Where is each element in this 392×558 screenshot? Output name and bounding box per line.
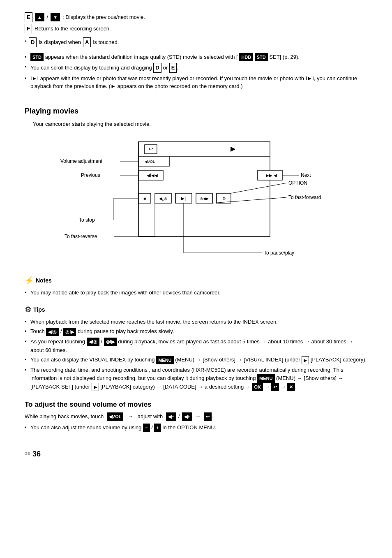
- menu-icon-tip4: MENU: [156, 356, 173, 365]
- svg-text:⚙: ⚙: [222, 196, 226, 201]
- svg-text:↩: ↩: [148, 146, 153, 152]
- a-star-label: A: [83, 37, 91, 47]
- svg-text:◀¿◎: ◀¿◎: [159, 197, 168, 201]
- top-bullets: STD appears when the standard definition…: [25, 53, 367, 90]
- notes-lightning-icon: ⚡: [25, 275, 34, 286]
- plus-icon: +: [154, 424, 161, 432]
- e-inline: E: [169, 63, 177, 73]
- svg-text:◀I◀◀: ◀I◀◀: [147, 173, 158, 178]
- slow-fwd-tip2: ◎I▶: [104, 338, 117, 346]
- tips-section: ⚙ Tips When playback from the selected m…: [25, 304, 367, 391]
- tips-header: ⚙ Tips: [25, 304, 367, 315]
- playback-icon-tip5: ▶: [92, 383, 99, 391]
- fast-reverse-label: To fast-reverse: [65, 234, 97, 239]
- svg-text:◎◀▶: ◎◀▶: [200, 197, 209, 201]
- fast-forward-label: To fast-forward: [288, 194, 321, 200]
- star-note: * D is displayed when A is touched.: [25, 37, 367, 47]
- tips-item-4: You can also display the VISUAL INDEX by…: [25, 356, 367, 364]
- previous-label: Previous: [81, 172, 100, 178]
- hdb-icon: HDB: [239, 53, 253, 62]
- diagram-svg: ↩ ▶ ◀VOL ◀I◀◀ ▶▶I◀ ■ ◀¿◎: [56, 134, 336, 265]
- tips-item-3: As you repeat touching ◀I◎ / ◎I▶ during …: [25, 338, 367, 354]
- tips-gear-icon: ⚙: [25, 304, 31, 315]
- star-note-text2: is touched.: [93, 38, 119, 46]
- notes-section: ⚡ Notes You may not be able to play back…: [25, 275, 367, 297]
- e-line: E ▲ / ▼ : Displays the previous/next mov…: [25, 12, 367, 33]
- adjust-sub-text: in the OPTION MENU.: [163, 424, 217, 431]
- pause-play-label: To pause/play: [264, 250, 294, 256]
- x-icon: ✕: [287, 383, 295, 391]
- vol-icon-adjust: ◀VOL: [107, 412, 124, 421]
- stop-label: To stop: [79, 217, 95, 223]
- page-footer: GB 36: [25, 449, 367, 460]
- tips-title: Tips: [33, 306, 45, 314]
- gb-label: GB: [25, 451, 30, 457]
- prev-icon: ▲: [35, 13, 44, 22]
- svg-text:▶‖: ▶‖: [181, 196, 187, 201]
- notes-header: ⚡ Notes: [25, 275, 367, 286]
- std2-icon: STD: [255, 53, 268, 62]
- menu-icon-tip5: MENU: [257, 374, 274, 383]
- playback-icon-tip4: ▶: [302, 356, 309, 365]
- adjust-main-line: While playing back movies, touch ◀VOL → …: [25, 412, 367, 421]
- diagram-container: ↩ ▶ ◀VOL ◀I◀◀ ▶▶I◀ ■ ◀¿◎: [56, 134, 336, 265]
- e-description: : Displays the previous/next movie.: [62, 13, 145, 21]
- notes-item-1: You may not be able to play back the ima…: [25, 289, 367, 297]
- d-inline: D: [153, 63, 161, 73]
- vol-down-icon: ◀−: [166, 412, 176, 421]
- svg-text:▶: ▶: [231, 145, 236, 152]
- back-icon-adjust: ↩: [204, 412, 212, 421]
- ok-icon: OK: [252, 383, 263, 391]
- playing-movies-subtitle: Your camcorder starts playing the select…: [33, 120, 367, 128]
- option-label: OPTION: [288, 180, 307, 186]
- e-box-label: E: [25, 12, 32, 22]
- minus-icon: −: [143, 424, 150, 432]
- adjust-bullets: You can also adjust the sound volume by …: [25, 424, 367, 432]
- slow-fwd-tip: ◎I▶: [63, 328, 76, 336]
- vol-up-icon: ◀+: [182, 412, 192, 421]
- page-number: 36: [32, 449, 41, 460]
- adjust-word: adjust with: [138, 413, 163, 419]
- notes-title: Notes: [36, 276, 52, 285]
- d-star-label: D: [29, 37, 37, 47]
- playing-movies-title: Playing movies: [25, 106, 367, 117]
- std-icon: STD: [30, 53, 44, 62]
- notes-list: You may not be able to play back the ima…: [25, 289, 367, 297]
- star-note-text: is displayed when: [39, 38, 81, 46]
- next-icon: ▼: [51, 13, 60, 22]
- bullet-2: You can scroll the display by touching a…: [25, 63, 367, 73]
- next-label: Next: [301, 172, 311, 178]
- volume-label: Volume adjustment: [60, 158, 103, 164]
- adjust-title: To adjust the sound volume of movies: [25, 399, 367, 410]
- svg-text:▶▶I◀: ▶▶I◀: [266, 173, 277, 178]
- f-box-label: F: [25, 24, 32, 34]
- svg-text:■: ■: [143, 196, 146, 201]
- tips-item-1: When playback from the selected movie re…: [25, 318, 367, 326]
- svg-rect-1: [138, 142, 270, 156]
- tips-item-5: The recording date, time, and shooting c…: [25, 366, 367, 391]
- slow-rev-tip: ◀I◎: [46, 328, 59, 336]
- slow-rev-tip2: ◀I◎: [87, 338, 99, 346]
- playing-movies-section: Playing movies Your camcorder starts pla…: [25, 106, 367, 266]
- adjust-main-text: While playing back movies, touch: [25, 413, 104, 419]
- bullet-3: I►I appears with the movie or photo that…: [25, 74, 367, 90]
- adjust-bullet-1: You can also adjust the sound volume by …: [25, 424, 367, 432]
- bullet-1: STD appears when the standard definition…: [25, 53, 367, 62]
- divider: [25, 98, 367, 98]
- adjust-sound-section: To adjust the sound volume of movies Whi…: [25, 399, 367, 432]
- svg-text:◀VOL: ◀VOL: [145, 160, 155, 164]
- f-description: Returns to the recording screen.: [35, 25, 111, 33]
- tips-list: When playback from the selected movie re…: [25, 318, 367, 391]
- tips-item-2: Touch ◀I◎ / ◎I▶ during pause to play bac…: [25, 327, 367, 336]
- back-icon: ↩: [271, 383, 279, 391]
